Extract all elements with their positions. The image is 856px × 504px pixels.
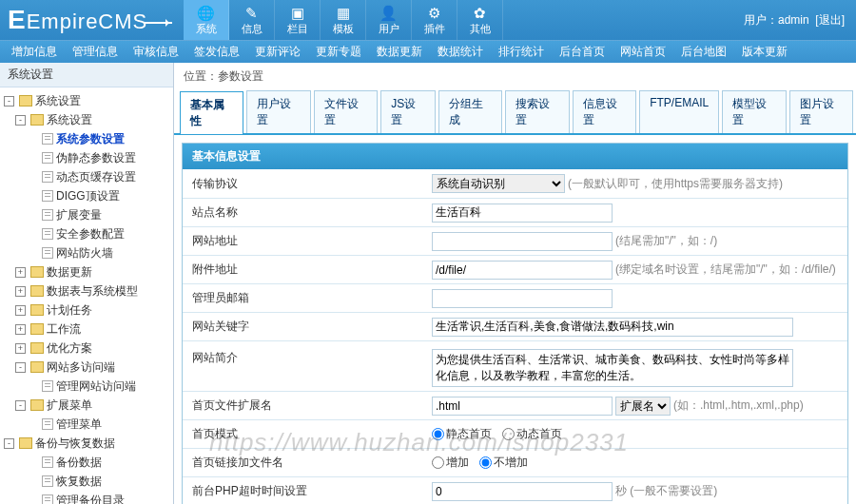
tree-toggle-icon[interactable]: - (15, 400, 26, 411)
settings-form: 传输协议 系统自动识别 (一般默认即可，使用https需要服务器支持) 站点名称… (183, 169, 847, 504)
radio-dynamic[interactable]: 动态首页 (502, 426, 562, 442)
tree-item[interactable]: -系统设置 (2, 110, 171, 129)
tab-2[interactable]: 文件设置 (314, 90, 378, 133)
nav-tree: -系统设置-系统设置系统参数设置伪静态参数设置动态页缓存设置DIGG顶设置扩展变… (0, 87, 173, 504)
tree-item[interactable]: 恢复数据 (2, 472, 171, 491)
tab-6[interactable]: 信息设置 (573, 90, 636, 133)
file-icon (42, 494, 53, 504)
tree-item[interactable]: 扩展变量 (2, 205, 171, 224)
file-icon (42, 247, 53, 259)
tree-item[interactable]: 安全参数配置 (2, 224, 171, 243)
tree-item[interactable]: -系统设置 (2, 91, 171, 110)
tree-item[interactable]: 管理菜单 (2, 415, 171, 434)
tree-item[interactable]: 备份数据 (2, 453, 171, 472)
tree-toggle-icon[interactable]: - (4, 438, 14, 449)
index-ext-input[interactable] (432, 397, 613, 416)
tree-toggle-icon[interactable]: + (15, 267, 26, 278)
intro-textarea[interactable]: 为您提供生活百科、生活常识、城市美食、数码科技、女性时尚等多样化信息，以及教学教… (432, 349, 793, 387)
subnav-item[interactable]: 网站首页 (613, 44, 673, 60)
subnav-item[interactable]: 后台首页 (552, 44, 613, 60)
tab-1[interactable]: 用户设置 (246, 90, 310, 133)
topnav-插件[interactable]: ⚙插件 (412, 0, 457, 40)
file-url-input[interactable] (432, 261, 613, 280)
folder-icon (30, 399, 44, 411)
nav-icon: 🌐 (197, 5, 216, 22)
subnav-item[interactable]: 数据统计 (430, 44, 491, 60)
tree-item[interactable]: 管理备份目录 (2, 491, 171, 504)
tree-item[interactable]: +工作流 (2, 320, 171, 339)
tab-4[interactable]: 分组生成 (438, 90, 502, 133)
tree-item[interactable]: 网站防火墙 (2, 243, 171, 262)
subnav-item[interactable]: 数据更新 (369, 44, 430, 60)
topnav-模板[interactable]: ▦模板 (321, 0, 366, 40)
tree-item[interactable]: +优化方案 (2, 339, 171, 358)
file-icon (42, 228, 53, 240)
tree-item[interactable]: 系统参数设置 (2, 129, 171, 148)
admin-email-input[interactable] (432, 289, 613, 308)
tree-toggle-icon[interactable]: + (15, 343, 26, 354)
tree-item[interactable]: +数据表与系统模型 (2, 281, 171, 300)
nav-icon: ⚙ (425, 5, 444, 22)
subnav-item[interactable]: 审核信息 (126, 44, 186, 60)
tree-toggle-icon[interactable]: + (15, 305, 26, 316)
folder-icon (30, 266, 44, 278)
site-name-input[interactable] (432, 204, 613, 223)
subnav-item[interactable]: 增加信息 (4, 44, 65, 60)
tree-item[interactable]: -扩展菜单 (2, 396, 171, 415)
tree-item[interactable]: -备份与恢复数据 (2, 434, 171, 453)
tree-toggle-icon[interactable]: + (15, 286, 26, 297)
row-protocol: 传输协议 系统自动识别 (一般默认即可，使用https需要服务器支持) (183, 169, 847, 198)
main-content: 位置：参数设置 基本属性用户设置文件设置JS设置分组生成搜索设置信息设置FTP/… (174, 63, 856, 504)
topnav-系统[interactable]: 🌐系统 (184, 0, 229, 40)
folder-icon (19, 437, 32, 449)
tab-5[interactable]: 搜索设置 (505, 90, 569, 133)
tree-item[interactable]: 管理网站访问端 (2, 377, 171, 396)
nav-icon: ▦ (334, 5, 353, 22)
tree-toggle-icon[interactable]: - (15, 362, 26, 373)
subnav-item[interactable]: 排行统计 (491, 44, 552, 60)
tree-item[interactable]: 伪静态参数设置 (2, 148, 171, 167)
topnav-信息[interactable]: ✎信息 (229, 0, 275, 40)
subnav-item[interactable]: 管理信息 (65, 44, 126, 60)
folder-icon (30, 304, 44, 316)
protocol-select[interactable]: 系统自动识别 (432, 174, 565, 193)
tree-item[interactable]: 动态页缓存设置 (2, 167, 171, 186)
tree-item[interactable]: -网站多访问端 (2, 358, 171, 377)
subnav-item[interactable]: 更新专题 (308, 44, 369, 60)
brand-logo: EEmpireCMS (0, 5, 184, 35)
topnav-其他[interactable]: ✿其他 (457, 0, 503, 40)
tree-toggle-icon[interactable]: - (15, 115, 26, 126)
file-icon (42, 152, 53, 164)
subnav-item[interactable]: 后台地图 (673, 44, 734, 60)
folder-icon (30, 323, 44, 335)
radio-link-add[interactable]: 增加 (432, 455, 469, 471)
front-timeout-input[interactable] (432, 482, 613, 501)
file-icon (42, 456, 53, 468)
index-ext-select[interactable]: 扩展名 (615, 397, 671, 416)
tree-item[interactable]: +计划任务 (2, 300, 171, 320)
topnav-栏目[interactable]: ▣栏目 (275, 0, 321, 40)
radio-link-noadd[interactable]: 不增加 (479, 455, 528, 471)
top-header: EEmpireCMS 🌐系统✎信息▣栏目▦模板👤用户⚙插件✿其他 用户： adm… (0, 0, 856, 40)
tree-item[interactable]: DIGG顶设置 (2, 186, 171, 205)
tab-9[interactable]: 图片设置 (789, 90, 853, 133)
subnav-item[interactable]: 更新评论 (247, 44, 308, 60)
tab-0[interactable]: 基本属性 (180, 91, 243, 134)
tab-8[interactable]: 模型设置 (722, 90, 786, 133)
file-icon (42, 209, 53, 221)
topnav-用户[interactable]: 👤用户 (366, 0, 412, 40)
tab-3[interactable]: JS设置 (380, 90, 436, 133)
tab-7[interactable]: FTP/EMAIL (639, 90, 719, 133)
radio-static[interactable]: 静态首页 (432, 426, 492, 442)
tree-toggle-icon[interactable]: + (15, 324, 26, 335)
logout-link[interactable]: [退出] (815, 12, 845, 29)
file-icon (42, 133, 53, 145)
keywords-input[interactable] (432, 318, 793, 337)
panel-title: 基本信息设置 (183, 144, 847, 169)
subnav-item[interactable]: 版本更新 (734, 44, 795, 60)
site-url-input[interactable] (432, 232, 613, 251)
file-icon (42, 171, 53, 183)
subnav-item[interactable]: 签发信息 (186, 44, 247, 60)
tree-item[interactable]: +数据更新 (2, 262, 171, 281)
tree-toggle-icon[interactable]: - (4, 96, 14, 107)
